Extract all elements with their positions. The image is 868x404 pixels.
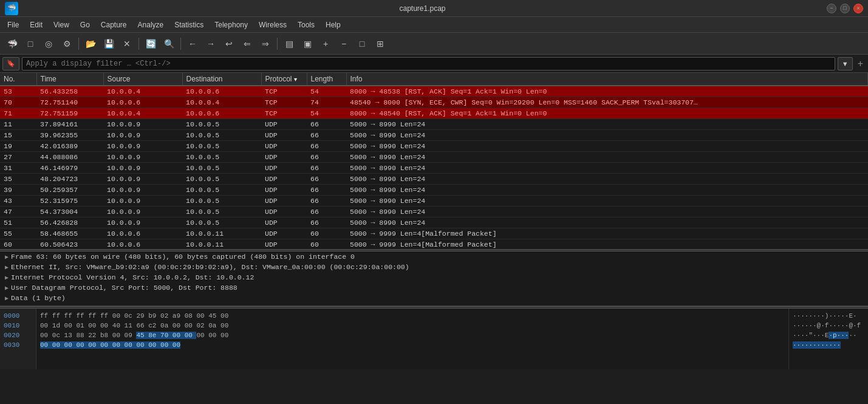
preferences-button[interactable]: ⚙ <box>58 35 75 52</box>
zoom-reset-button[interactable]: − <box>335 35 352 52</box>
menu-item-statistics[interactable]: Statistics <box>169 19 208 30</box>
table-cell-info: 5000 → 8990 Len=24 <box>346 119 868 130</box>
menu-item-tools[interactable]: Tools <box>293 19 320 30</box>
table-header-row: No. Time Source Destination Protocol ▾ L… <box>0 73 868 86</box>
zoom-in-button[interactable]: ▣ <box>299 35 316 52</box>
table-row[interactable]: 4754.37300410.0.0.910.0.0.5UDP665000 → 8… <box>0 207 868 217</box>
expand-button[interactable]: □ <box>354 35 371 52</box>
minimize-button[interactable]: − <box>827 4 836 13</box>
menu-item-edit[interactable]: Edit <box>25 19 47 30</box>
open-file-button[interactable]: 📂 <box>82 35 99 52</box>
table-cell-time: 42.016389 <box>36 141 103 152</box>
table-cell-src: 10.0.0.6 <box>103 228 182 239</box>
close-button[interactable]: ✕ <box>853 4 863 13</box>
table-row[interactable]: 7172.75115910.0.0.410.0.0.6TCP548000 → 4… <box>0 108 868 119</box>
table-row[interactable]: 1539.96235510.0.0.910.0.0.5UDP665000 → 8… <box>0 130 868 141</box>
back-button[interactable]: ← <box>184 35 201 52</box>
zoom-out-button[interactable]: + <box>317 35 334 52</box>
byte-ascii: ············ <box>793 340 864 350</box>
table-cell-dst: 10.0.0.5 <box>182 130 261 141</box>
table-cell-no: 11 <box>0 119 36 130</box>
col-header-info[interactable]: Info <box>346 73 868 86</box>
table-cell-time: 48.204723 <box>36 174 103 185</box>
table-cell-len: 66 <box>307 130 346 141</box>
menu-item-go[interactable]: Go <box>75 19 95 30</box>
table-cell-time: 37.894161 <box>36 119 103 130</box>
table-row[interactable]: 5156.42682810.0.0.910.0.0.5UDP665000 → 8… <box>0 217 868 228</box>
table-cell-proto: TCP <box>261 108 307 119</box>
table-row[interactable]: 3548.20472310.0.0.910.0.0.5UDP665000 → 8… <box>0 174 868 185</box>
expand-arrow-icon: ▶ <box>5 295 9 302</box>
table-cell-proto: UDP <box>261 196 307 207</box>
table-cell-dst: 10.0.0.5 <box>182 163 261 174</box>
table-row[interactable]: 2744.08808610.0.0.910.0.0.5UDP665000 → 8… <box>0 152 868 163</box>
table-row[interactable]: 5356.43325810.0.0.410.0.0.6TCP548000 → 4… <box>0 86 868 97</box>
first-button[interactable]: ⇐ <box>239 35 256 52</box>
menu-item-telephony[interactable]: Telephony <box>210 19 253 30</box>
table-cell-dst: 10.0.0.5 <box>182 217 261 228</box>
col-header-proto[interactable]: Protocol ▾ <box>261 73 307 86</box>
table-cell-time: 56.433258 <box>36 86 103 97</box>
detail-row[interactable]: ▶User Datagram Protocol, Src Port: 5000,… <box>0 282 868 293</box>
table-cell-no: 27 <box>0 152 36 163</box>
table-cell-info: 5000 → 8990 Len=24 <box>346 217 868 228</box>
return-button[interactable]: ↩ <box>220 35 238 52</box>
menu-item-help[interactable]: Help <box>321 19 346 30</box>
table-cell-src: 10.0.0.9 <box>103 163 182 174</box>
maximize-button[interactable]: □ <box>840 4 850 13</box>
table-cell-info: 5000 → 8990 Len=24 <box>346 196 868 207</box>
detail-row[interactable]: ▶Internet Protocol Version 4, Src: 10.0.… <box>0 272 868 282</box>
col-header-no[interactable]: No. <box>0 73 36 86</box>
menu-item-wireless[interactable]: Wireless <box>254 19 292 30</box>
find-button[interactable]: 🔍 <box>160 35 177 52</box>
packet-bytes: 0000001000200030 ff ff ff ff ff ff 00 0c… <box>0 309 868 369</box>
packet-table: No. Time Source Destination Protocol ▾ L… <box>0 73 868 249</box>
table-row[interactable]: 1137.89416110.0.0.910.0.0.5UDP665000 → 8… <box>0 119 868 130</box>
table-row[interactable]: 5558.46865510.0.0.610.0.0.11UDP605000 → … <box>0 228 868 239</box>
table-row[interactable]: 1942.01638910.0.0.910.0.0.5UDP665000 → 8… <box>0 141 868 152</box>
capture-options-button[interactable]: ◎ <box>40 35 57 52</box>
table-cell-proto: UDP <box>261 228 307 239</box>
detail-row[interactable]: ▶Data (1 byte) <box>0 293 868 303</box>
detail-row[interactable]: ▶Ethernet II, Src: VMware_b9:02:a9 (00:0… <box>0 262 868 272</box>
save-button[interactable]: 💾 <box>100 35 117 52</box>
table-cell-src: 10.0.0.4 <box>103 86 182 97</box>
table-cell-time: 54.373004 <box>36 207 103 217</box>
menu-item-capture[interactable]: Capture <box>96 19 132 30</box>
pane-button[interactable]: ⊞ <box>372 35 389 52</box>
table-row[interactable]: 6060.50642310.0.0.610.0.0.11UDP605000 → … <box>0 239 868 250</box>
close-file-button[interactable]: ✕ <box>118 35 135 52</box>
colorize-button[interactable]: ▤ <box>281 35 298 52</box>
forward-button[interactable]: → <box>202 35 219 52</box>
col-header-time[interactable]: Time <box>36 73 103 86</box>
table-row[interactable]: 3950.25935710.0.0.910.0.0.5UDP665000 → 8… <box>0 185 868 196</box>
byte-ascii: ········)·····E· <box>793 311 864 321</box>
expand-arrow-icon: ▶ <box>5 253 9 261</box>
menu-item-view[interactable]: View <box>49 19 74 30</box>
menu-bar: FileEditViewGoCaptureAnalyzeStatisticsTe… <box>0 17 868 33</box>
table-cell-dst: 10.0.0.5 <box>182 141 261 152</box>
table-row[interactable]: 3146.14697910.0.0.910.0.0.5UDP665000 → 8… <box>0 163 868 174</box>
col-header-dst[interactable]: Destination <box>182 73 261 86</box>
packet-detail[interactable]: ▶Frame 63: 60 bytes on wire (480 bits), … <box>0 252 868 306</box>
col-header-src[interactable]: Source <box>103 73 182 86</box>
table-cell-info: 5000 → 8990 Len=24 <box>346 174 868 185</box>
filter-input[interactable] <box>22 57 835 70</box>
menu-item-analyze[interactable]: Analyze <box>133 19 169 30</box>
packet-tbody: 5356.43325810.0.0.410.0.0.6TCP548000 → 4… <box>0 86 868 249</box>
table-row[interactable]: 4352.31597510.0.0.910.0.0.5UDP665000 → 8… <box>0 196 868 207</box>
col-header-len[interactable]: Length <box>307 73 346 86</box>
table-row[interactable]: 7072.75114010.0.0.610.0.0.4TCP7448540 → … <box>0 97 868 108</box>
last-button[interactable]: ⇒ <box>257 35 274 52</box>
filter-bookmark-button[interactable]: 🔖 <box>2 57 19 70</box>
menu-item-file[interactable]: File <box>2 19 24 30</box>
table-cell-src: 10.0.0.6 <box>103 239 182 250</box>
filter-dropdown-button[interactable]: ▼ <box>838 57 853 70</box>
packet-list[interactable]: No. Time Source Destination Protocol ▾ L… <box>0 73 868 249</box>
open-button[interactable]: □ <box>22 35 39 52</box>
reload-button[interactable]: 🔄 <box>142 35 159 52</box>
table-cell-len: 74 <box>307 97 346 108</box>
new-capture-button[interactable]: 🦈 <box>4 35 21 52</box>
detail-row[interactable]: ▶Frame 63: 60 bytes on wire (480 bits), … <box>0 252 868 262</box>
filter-add-button[interactable]: + <box>855 58 866 69</box>
